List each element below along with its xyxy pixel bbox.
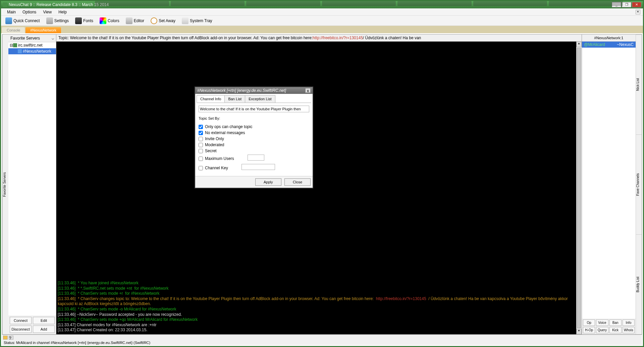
fonts-icon — [75, 17, 82, 24]
topic-bar: Topic: Welcome to the chat! If it is on … — [56, 35, 582, 42]
status-bar: ? Status: MrAlicard in channel #NexusNet… — [2, 335, 642, 345]
moderated-label: Moderated — [205, 142, 224, 147]
menu-main[interactable]: Main — [4, 9, 19, 15]
menu-help[interactable]: Help — [55, 9, 70, 15]
left-panel: Favorite Servers Favorite Servers⌵ ⊟irc.… — [2, 34, 56, 335]
colors-button[interactable]: Colors — [97, 16, 122, 25]
fave-channels-tab[interactable]: Fave Channels — [636, 134, 642, 234]
chat-panel: Topic: Welcome to the chat! If it is on … — [56, 34, 582, 335]
kick-button[interactable]: Kick — [609, 327, 622, 333]
invite-only-checkbox[interactable] — [199, 137, 203, 141]
window-title: NexusChat 9 :: Release Candidate 8.3 :: … — [9, 2, 109, 7]
tree-header: Favorite Servers⌵ — [8, 35, 56, 42]
edit-button[interactable]: Edit — [33, 317, 55, 324]
tray-icon — [182, 17, 189, 24]
max-users-checkbox[interactable] — [199, 157, 203, 161]
editor-button[interactable]: Editor — [123, 16, 147, 25]
dialog-title-bar[interactable]: #NexusNetwork [+rtn] [energy.de.eu.Swift… — [195, 87, 313, 94]
right-panel: #NexusNetwork:1 @MrAlicard~NexusC Op Voi… — [582, 34, 642, 335]
collapse-icon[interactable]: ⌵ — [52, 36, 54, 41]
quick-connect-button[interactable]: Quick Connect — [3, 16, 43, 25]
hop-button[interactable]: H-Op — [583, 327, 595, 333]
topic-input[interactable] — [199, 106, 309, 112]
query-button[interactable]: Query — [596, 327, 608, 333]
set-away-button[interactable]: Set Away — [148, 16, 178, 25]
topic-link[interactable]: http://freebitco.in/?r=130145 — [313, 36, 363, 40]
nicklist-header: #NexusNetwork:1 — [582, 35, 636, 42]
dialog-title: #NexusNetwork [+rtn] [energy.de.eu.Swift… — [197, 88, 286, 93]
favorite-servers-tab[interactable]: Favorite Servers — [2, 35, 8, 334]
channel-key-label: Channel Key — [205, 166, 228, 170]
mdi-close-icon[interactable]: ✕ — [636, 10, 640, 14]
connect-button[interactable]: Connect — [10, 317, 32, 324]
close-button[interactable]: ✕ — [632, 2, 641, 7]
away-icon — [151, 17, 157, 24]
dialog-tab-exception-list[interactable]: Exception List — [245, 95, 275, 103]
topic-suffix: / Üdvözlünk a chaten! Ha be van — [363, 36, 421, 40]
maximize-button[interactable]: ❐ — [622, 2, 631, 7]
connect-icon — [5, 17, 12, 24]
tree-channel[interactable]: #NexusNetwork — [8, 48, 56, 54]
max-users-input[interactable] — [248, 155, 264, 161]
no-external-label: No external messages — [205, 130, 245, 135]
editor-icon — [126, 17, 132, 24]
settings-button[interactable]: Settings — [44, 16, 71, 25]
scroll-thumb[interactable] — [577, 48, 581, 328]
op-button[interactable]: Op — [583, 320, 595, 326]
nick-item[interactable]: @MrAlicard~NexusC — [582, 42, 636, 48]
settings-icon — [46, 17, 53, 24]
chat-log[interactable]: [11:33.46] * You have joined #NexusNetwo… — [56, 42, 576, 334]
topic-text: Topic: Welcome to the chat! If it is on … — [58, 36, 313, 40]
dialog-tab-ban-list[interactable]: Ban List — [224, 95, 245, 103]
topic-set-by-label: Topic Set By: — [199, 116, 309, 120]
tab-console[interactable]: Console — [2, 27, 25, 33]
toolbar: Quick Connect Settings Fonts Colors Edit… — [1, 16, 643, 26]
info-button[interactable]: Info — [623, 320, 635, 326]
only-ops-label: Only ops can change topic — [205, 124, 252, 129]
channel-key-checkbox[interactable] — [199, 166, 203, 170]
nicklist-tab[interactable]: Nick List — [636, 35, 642, 134]
no-external-checkbox[interactable] — [199, 131, 203, 135]
taskbar-blur — [95, 1, 623, 6]
moderated-checkbox[interactable] — [199, 143, 203, 147]
colors-icon — [100, 17, 106, 24]
status-icon-1[interactable] — [3, 336, 8, 340]
ban-button[interactable]: Ban — [609, 320, 622, 326]
max-users-label: Maximum Users — [205, 156, 234, 161]
scroll-up-icon[interactable]: ▲ — [576, 42, 582, 47]
dialog-close-icon[interactable]: x — [305, 88, 311, 93]
channel-key-input[interactable] — [241, 164, 275, 170]
disconnect-button[interactable]: Disconnect — [10, 326, 32, 333]
secret-checkbox[interactable] — [199, 149, 203, 153]
apply-button[interactable]: Apply — [255, 178, 281, 186]
status-icon-2[interactable]: ? — [9, 336, 13, 340]
secret-label: Secret — [205, 149, 217, 153]
tab-channel[interactable]: #NexusNetwork — [25, 27, 61, 33]
status-text: Status: MrAlicard in channel #NexusNetwo… — [2, 340, 642, 345]
app-icon — [3, 2, 7, 7]
only-ops-checkbox[interactable] — [199, 125, 203, 129]
dialog-tab-channel-info[interactable]: Channel Info — [197, 95, 225, 103]
voice-button[interactable]: Voice — [596, 320, 608, 326]
scroll-down-icon[interactable]: ▼ — [576, 329, 582, 334]
server-icon — [13, 43, 17, 47]
system-tray-button[interactable]: System Tray — [179, 16, 215, 25]
scrollbar[interactable]: ▲ ▼ — [576, 42, 582, 334]
fonts-button[interactable]: Fonts — [72, 16, 96, 25]
channel-info-dialog: #NexusNetwork [+rtn] [energy.de.eu.Swift… — [195, 86, 313, 188]
menu-view[interactable]: View — [40, 9, 55, 15]
buddy-list-tab[interactable]: Buddy List — [636, 234, 642, 334]
invite-only-label: Invite Only — [205, 136, 224, 141]
add-button[interactable]: Add — [33, 326, 55, 333]
tree-server[interactable]: ⊟irc.swiftirc.net — [8, 42, 56, 48]
whois-button[interactable]: Whois — [623, 327, 635, 333]
menu-bar: Main Options View Help ✕ — [1, 8, 643, 16]
nick-list[interactable]: @MrAlicard~NexusC — [582, 42, 636, 319]
server-tree: Favorite Servers⌵ ⊟irc.swiftirc.net #Nex… — [8, 35, 56, 334]
tab-strip: Console #NexusNetwork — [1, 26, 643, 33]
close-button[interactable]: Close — [284, 178, 311, 186]
channel-icon — [18, 49, 22, 53]
title-bar: NexusChat 9 :: Release Candidate 8.3 :: … — [1, 1, 643, 8]
menu-options[interactable]: Options — [19, 9, 40, 15]
